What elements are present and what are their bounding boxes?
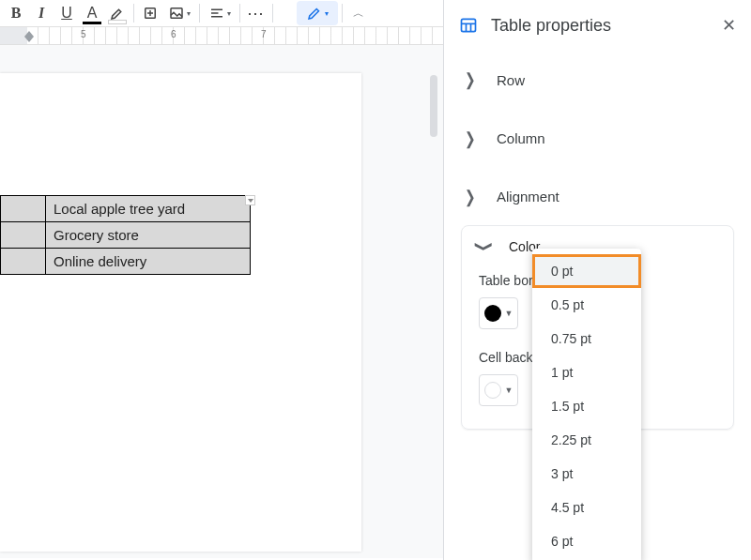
page[interactable]: Local apple tree yard Grocery store Onli…: [0, 73, 361, 552]
border-width-option[interactable]: 6 pt: [532, 524, 641, 558]
underline-button[interactable]: U: [54, 1, 79, 25]
border-width-option[interactable]: 0.75 pt: [532, 322, 641, 356]
sidebar-header: Table properties ✕: [444, 0, 751, 51]
table-row[interactable]: Grocery store: [1, 222, 251, 249]
border-color-picker[interactable]: ▼: [479, 297, 518, 329]
chevron-right-icon: ❯: [465, 70, 476, 90]
table-cell[interactable]: Grocery store: [46, 222, 251, 249]
ruler-mark: 7: [261, 29, 267, 39]
text-color-button[interactable]: A: [80, 1, 104, 25]
border-width-option[interactable]: 1.5 pt: [532, 389, 641, 423]
align-button[interactable]: ▾: [204, 1, 236, 25]
chevron-down-icon: ❯: [475, 241, 495, 252]
cell-options-button[interactable]: [245, 195, 255, 205]
indent-marker[interactable]: [24, 37, 34, 42]
document-table[interactable]: Local apple tree yard Grocery store Onli…: [0, 195, 251, 275]
ruler-mark: 5: [81, 29, 86, 39]
border-width-option[interactable]: 4.5 pt: [532, 491, 641, 524]
table-row[interactable]: Local apple tree yard: [1, 196, 251, 222]
table-row[interactable]: Online delivery: [1, 249, 251, 275]
toolbar-separator: [133, 4, 134, 23]
toolbar-separator: [342, 4, 343, 23]
section-column[interactable]: ❯ Column: [448, 109, 747, 167]
chevron-right-icon: ❯: [465, 187, 476, 206]
close-icon[interactable]: ✕: [722, 15, 736, 36]
highlight-color-button[interactable]: [105, 1, 130, 25]
ruler-mark: 6: [171, 29, 176, 39]
indent-marker[interactable]: [24, 31, 34, 37]
section-label: Column: [497, 130, 545, 146]
section-label: Row: [497, 72, 525, 88]
section-alignment[interactable]: ❯ Alignment: [448, 167, 747, 225]
border-width-option[interactable]: 3 pt: [532, 457, 641, 491]
section-label: Alignment: [497, 189, 559, 204]
svg-rect-7: [462, 19, 476, 31]
toolbar-separator: [272, 4, 273, 23]
table-cell[interactable]: Online delivery: [46, 249, 251, 275]
border-width-option[interactable]: 1 pt: [532, 356, 641, 389]
editing-mode-button[interactable]: ▾: [297, 1, 338, 25]
border-width-option[interactable]: 0 pt: [532, 254, 641, 288]
italic-button[interactable]: I: [29, 1, 54, 25]
border-width-option[interactable]: 0.5 pt: [532, 288, 641, 322]
cell-background-color-picker[interactable]: ▼: [479, 374, 518, 406]
border-width-option[interactable]: 2.25 pt: [532, 423, 641, 457]
table-cell[interactable]: Local apple tree yard: [46, 196, 251, 222]
toolbar-separator: [199, 4, 200, 23]
insert-link-button[interactable]: [138, 1, 162, 25]
collapse-toolbar-button[interactable]: ︿: [346, 1, 371, 25]
chevron-right-icon: ❯: [465, 129, 476, 148]
toolbar-separator: [239, 4, 240, 23]
sidebar-title: Table properties: [491, 16, 709, 36]
scrollbar-thumb[interactable]: [430, 75, 437, 137]
bold-button[interactable]: B: [4, 1, 28, 25]
insert-image-button[interactable]: ▾: [163, 1, 195, 25]
more-button[interactable]: ⋯: [244, 1, 268, 25]
table-icon: [459, 16, 478, 35]
border-width-dropdown: 0 pt 0.5 pt 0.75 pt 1 pt 1.5 pt 2.25 pt …: [532, 249, 641, 560]
section-row[interactable]: ❯ Row: [448, 51, 747, 109]
